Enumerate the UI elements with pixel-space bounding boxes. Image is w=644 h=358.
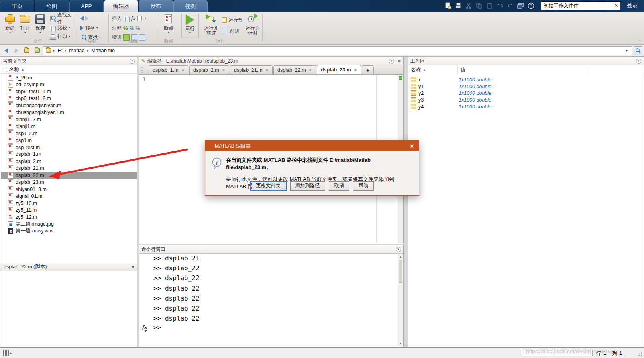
file-row[interactable]: dsp_test.m <box>1 144 137 151</box>
dialog-button-add-to-path[interactable]: 添加到路径 <box>290 181 326 191</box>
file-row[interactable]: chp6_test1_1.m <box>1 88 137 95</box>
workspace-variable-row[interactable]: y41x1000 double <box>408 103 644 110</box>
breadcrumb-item[interactable]: Matlab file <box>91 47 115 53</box>
editor-tab[interactable]: dsplab_23.m✕ <box>317 65 361 74</box>
panel-menu-icon[interactable]: ▾ <box>389 59 394 64</box>
name-column-header[interactable]: 名称 ▲ <box>408 65 458 75</box>
scrollbar-thumb[interactable] <box>399 260 402 283</box>
goto-button[interactable]: 转至▾ <box>80 24 101 32</box>
uncomment-icon[interactable]: % <box>130 25 134 31</box>
command-scrollbar[interactable]: ▲ ▼ <box>398 254 403 346</box>
breadcrumb-item[interactable]: matlab <box>69 47 84 53</box>
toolstrip-tab-视图[interactable]: 视图 <box>173 0 208 12</box>
file-row[interactable]: dsplab_21.m <box>1 165 137 172</box>
nav-forward-button[interactable] <box>12 46 21 55</box>
file-row[interactable]: zy5_11.m <box>1 207 137 214</box>
file-row[interactable]: 第二题-image.jpg <box>1 221 137 228</box>
editor-tab[interactable]: dsplab_22.m✕ <box>273 65 316 74</box>
copy-icon[interactable] <box>476 2 483 9</box>
new-script-icon[interactable] <box>445 2 452 9</box>
toolstrip-tab-APP[interactable]: APP <box>69 0 104 12</box>
comment-icon[interactable]: % <box>123 25 128 31</box>
insert-fx-icon[interactable]: fx <box>131 16 135 22</box>
file-row[interactable]: zy5_12.m <box>1 214 137 221</box>
resize-grip[interactable] <box>637 351 642 358</box>
run-time-button[interactable]: 运行并 计时 <box>243 14 262 38</box>
panel-menu-icon[interactable]: ▾ <box>396 247 401 252</box>
command-window-body[interactable]: >> dsplab_21>> dsplab_21>> dsplab_22>> d… <box>139 254 398 346</box>
message-indicator[interactable] <box>399 76 402 80</box>
toolstrip-tab-绘图[interactable]: 绘图 <box>35 0 69 12</box>
back-icon[interactable] <box>80 16 84 21</box>
layout-windows-icon[interactable] <box>517 2 524 9</box>
file-details-bar[interactable]: dsplab_22.m (脚本) ▾ <box>0 263 137 271</box>
find-files-button[interactable]: 查找文件 <box>49 14 76 22</box>
workspace-variable-row[interactable]: y11x1000 double <box>408 83 644 90</box>
file-row[interactable]: dsplab_2.m <box>1 158 137 165</box>
file-row[interactable]: chuanganqishiyan.m <box>1 102 137 109</box>
browse-folder-button[interactable] <box>33 46 41 55</box>
open-button[interactable]: 打开 ▾ <box>18 14 33 38</box>
workspace-variable-row[interactable]: y21x1000 double <box>408 90 644 96</box>
run-advance-button[interactable]: 运行并 前进 <box>202 14 220 38</box>
search-clear-icon[interactable]: ✕ <box>612 3 620 8</box>
tab-close-icon[interactable]: ✕ <box>181 68 185 72</box>
doc-search-input[interactable] <box>541 3 612 8</box>
fx-function-hint-icon[interactable]: fx <box>139 324 153 331</box>
dialog-button-change-folder[interactable]: 更改文件夹 <box>250 181 287 191</box>
forward-icon[interactable] <box>85 16 89 21</box>
dialog-close-icon[interactable]: ✕ <box>405 143 419 149</box>
scroll-up-icon[interactable]: ▲ <box>398 254 403 259</box>
file-row[interactable]: dsp1_2.m <box>1 130 137 137</box>
breakpoints-button[interactable]: 断点 ▾ <box>161 14 176 38</box>
editor-tab[interactable]: dsplab_21.m✕ <box>230 65 273 74</box>
signin-button[interactable]: 登录 <box>623 2 642 9</box>
new-tab-button[interactable]: + <box>362 65 374 74</box>
scroll-down-icon[interactable]: ▼ <box>398 341 403 346</box>
insert-fi-icon[interactable] <box>137 15 143 22</box>
file-row[interactable]: signal_01.m <box>1 193 137 200</box>
file-row[interactable]: 第一题-noisy.wav <box>1 228 137 235</box>
file-row[interactable]: bd_asymp.m <box>1 81 137 89</box>
wrap-comment-icon[interactable]: % <box>135 25 140 31</box>
tab-close-icon[interactable]: ✕ <box>222 68 225 72</box>
file-row[interactable]: shiyan01_3.m <box>1 186 137 193</box>
new-button[interactable]: 新建 ▾ <box>2 14 18 38</box>
file-row[interactable]: dianji1_2.m <box>1 116 137 123</box>
name-column-header[interactable]: 名称 ▲ <box>0 65 137 74</box>
statusbar-grip[interactable]: ▴ <box>3 350 12 356</box>
file-row[interactable]: dianji1.m <box>1 123 137 130</box>
file-row[interactable]: dsp1.m <box>1 137 137 144</box>
file-row[interactable]: dsplab_23.m <box>1 179 137 186</box>
panel-menu-icon[interactable]: ▾ <box>636 59 641 64</box>
save-button[interactable]: 保存 ▾ <box>33 14 48 38</box>
tab-close-icon[interactable]: ✕ <box>309 68 312 72</box>
file-row[interactable]: chuanganqishiyan1.m <box>1 109 137 116</box>
redo-icon[interactable] <box>507 2 514 9</box>
workspace-variable-row[interactable]: x1x1000 double <box>408 76 644 83</box>
collapse-ribbon-icon[interactable]: ▴ <box>639 38 641 42</box>
file-row[interactable]: chp6_test1_2.m <box>1 95 137 102</box>
run-section-button[interactable]: 运行节 <box>222 16 243 24</box>
command-prompt[interactable]: >> <box>153 324 161 331</box>
dialog-button-cancel[interactable]: 取消 <box>329 181 349 191</box>
undo-icon[interactable] <box>497 2 503 9</box>
help-icon[interactable]: ? <box>528 2 534 9</box>
insert-section-icon[interactable] <box>123 15 130 22</box>
value-column-header[interactable]: 值 <box>458 65 589 75</box>
panel-menu-icon[interactable]: ▾ <box>130 59 135 64</box>
editor-tab[interactable]: dsplab_1.m✕ <box>149 65 188 74</box>
nav-back-button[interactable] <box>2 46 10 55</box>
file-row[interactable]: zy5_10.m <box>1 200 137 207</box>
tab-close-icon[interactable]: ✕ <box>265 68 269 72</box>
toolstrip-tab-发布[interactable]: 发布 <box>139 0 173 12</box>
details-expand-icon[interactable]: ▾ <box>132 265 134 269</box>
paste-icon[interactable] <box>486 2 493 9</box>
advance-button[interactable]: 前进 <box>222 27 243 35</box>
compare-button[interactable]: 比较▾ <box>49 24 76 31</box>
path-dropdown-icon[interactable]: ▾ <box>624 49 629 53</box>
editor-tab[interactable]: dsplab_2.m✕ <box>189 65 229 74</box>
save-icon[interactable] <box>455 2 462 9</box>
cut-icon[interactable] <box>465 2 472 9</box>
up-folder-button[interactable] <box>22 46 31 55</box>
